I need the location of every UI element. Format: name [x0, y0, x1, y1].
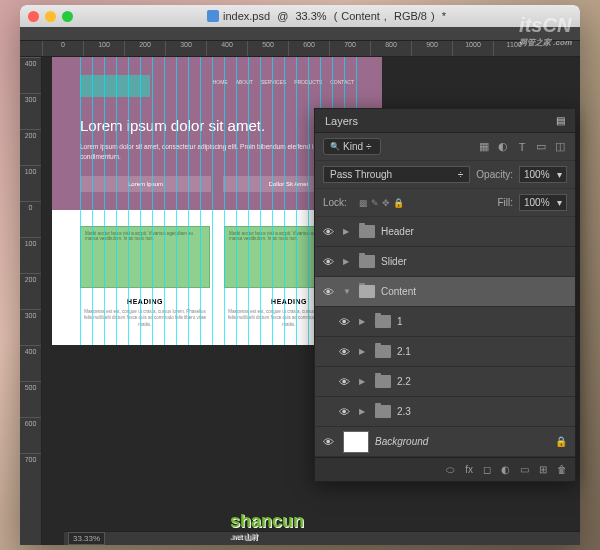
maximize-icon[interactable] — [62, 11, 73, 22]
expand-icon[interactable]: ▶ — [359, 347, 369, 356]
visibility-icon[interactable]: 👁 — [339, 376, 353, 388]
expand-icon[interactable]: ▶ — [343, 257, 353, 266]
lock-label: Lock: — [323, 197, 347, 208]
hero-body: Lorem ipsum dolor sit amet, consectetur … — [80, 142, 354, 162]
layers-panel[interactable]: Layers ▤ Kind÷ ▦ ◐ T ▭ ◫ Pass Through÷ O… — [314, 108, 576, 482]
ruler-vertical[interactable]: 4003002001000100200300400500600700 — [20, 57, 42, 545]
folder-icon — [375, 315, 391, 328]
expand-icon[interactable]: ▶ — [359, 407, 369, 416]
panel-menu-icon[interactable]: ▤ — [556, 115, 565, 126]
hero-button-1: Lorem Ipsum — [80, 176, 211, 192]
traffic-lights — [28, 11, 73, 22]
folder-icon — [375, 375, 391, 388]
filter-shape-icon[interactable]: ▭ — [534, 140, 548, 154]
visibility-icon[interactable]: 👁 — [323, 226, 337, 238]
lock-position-icon[interactable]: ✥ — [382, 198, 390, 208]
card-body: Maecenas est est, congue ut cras a, curs… — [80, 309, 210, 329]
fx-icon[interactable]: fx — [465, 464, 473, 475]
filter-adjust-icon[interactable]: ◐ — [496, 140, 510, 154]
filter-smart-icon[interactable]: ◫ — [553, 140, 567, 154]
opacity-input[interactable]: 100%▾ — [519, 166, 567, 183]
titlebar[interactable]: index.psd @ 33.3% (Content, RGB/8) * — [20, 5, 580, 27]
card-image: Morbi auctor lacus nisi suscipit. Vivamu… — [80, 226, 210, 288]
lock-icon[interactable]: 🔒 — [555, 436, 567, 447]
layer-background[interactable]: 👁Background🔒 — [315, 427, 575, 457]
expand-icon[interactable]: ▶ — [343, 227, 353, 236]
layer-2-3[interactable]: 👁▶2.3 — [315, 397, 575, 427]
visibility-icon[interactable]: 👁 — [323, 256, 337, 268]
folder-icon — [375, 345, 391, 358]
folder-icon — [359, 255, 375, 268]
layer-slider[interactable]: 👁▶Slider — [315, 247, 575, 277]
lock-fill-row: Lock: ▩ ✎ ✥ 🔒 Fill: 100%▾ — [315, 189, 575, 217]
nav: HOMEABOUTSERVICESPRODUCTSCONTACT — [80, 79, 354, 85]
filter-type-icon[interactable]: T — [515, 140, 529, 154]
delete-icon[interactable]: 🗑 — [557, 464, 567, 475]
zoom-level[interactable]: 33.33% — [68, 532, 105, 545]
visibility-icon[interactable]: 👁 — [323, 436, 337, 448]
layers-list: 👁▶Header 👁▶Slider 👁▼Content 👁▶1 👁▶2.1 👁▶… — [315, 217, 575, 457]
collapse-icon[interactable]: ▼ — [343, 287, 353, 296]
close-icon[interactable] — [28, 11, 39, 22]
layers-panel-header[interactable]: Layers ▤ — [315, 109, 575, 133]
visibility-icon[interactable]: 👁 — [339, 346, 353, 358]
expand-icon[interactable]: ▶ — [359, 377, 369, 386]
lock-image-icon[interactable]: ✎ — [371, 198, 379, 208]
layer-content[interactable]: 👁▼Content — [315, 277, 575, 307]
opacity-label: Opacity: — [476, 169, 513, 180]
folder-open-icon — [359, 285, 375, 298]
watermark-itscn: itsCN网管之家 .com — [519, 14, 572, 48]
lock-all-icon[interactable]: 🔒 — [393, 198, 404, 208]
layers-footer: ⬭ fx ◻ ◐ ▭ ⊞ 🗑 — [315, 457, 575, 481]
ruler-horizontal[interactable]: 010020030040050060070080090010001100 — [20, 41, 580, 57]
group-icon[interactable]: ▭ — [520, 464, 529, 475]
fill-label: Fill: — [497, 197, 513, 208]
layer-2-1[interactable]: 👁▶2.1 — [315, 337, 575, 367]
visibility-icon[interactable]: 👁 — [323, 286, 337, 298]
visibility-icon[interactable]: 👁 — [339, 406, 353, 418]
filter-pixel-icon[interactable]: ▦ — [477, 140, 491, 154]
folder-icon — [359, 225, 375, 238]
lock-transparent-icon[interactable]: ▩ — [359, 198, 368, 208]
adjustment-icon[interactable]: ◐ — [501, 464, 510, 475]
hero-heading: Lorem ipsum dolor sit amet. — [80, 117, 354, 134]
layers-tab[interactable]: Layers — [325, 115, 358, 127]
folder-icon — [375, 405, 391, 418]
card-heading: HEADING — [80, 298, 210, 305]
card-1: Morbi auctor lacus nisi suscipit. Vivamu… — [80, 226, 210, 329]
new-layer-icon[interactable]: ⊞ — [539, 464, 547, 475]
link-layers-icon[interactable]: ⬭ — [446, 464, 455, 476]
watermark-shancun: shancun.net 山村 — [230, 511, 304, 542]
blend-mode-select[interactable]: Pass Through÷ — [323, 166, 470, 183]
document-title: index.psd @ 33.3% (Content, RGB/8) * — [81, 10, 572, 22]
layer-thumbnail — [343, 431, 369, 453]
layer-filter-row: Kind÷ ▦ ◐ T ▭ ◫ — [315, 133, 575, 161]
blend-opacity-row: Pass Through÷ Opacity: 100%▾ — [315, 161, 575, 189]
scrollbar-horizontal[interactable]: 33.33% — [64, 531, 580, 545]
expand-icon[interactable]: ▶ — [359, 317, 369, 326]
visibility-icon[interactable]: 👁 — [339, 316, 353, 328]
fill-input[interactable]: 100%▾ — [519, 194, 567, 211]
layer-2-2[interactable]: 👁▶2.2 — [315, 367, 575, 397]
minimize-icon[interactable] — [45, 11, 56, 22]
layer-1[interactable]: 👁▶1 — [315, 307, 575, 337]
filter-kind-select[interactable]: Kind÷ — [323, 138, 381, 155]
mask-icon[interactable]: ◻ — [483, 464, 491, 475]
options-bar[interactable] — [20, 27, 580, 41]
layer-header[interactable]: 👁▶Header — [315, 217, 575, 247]
psd-icon — [207, 10, 219, 22]
